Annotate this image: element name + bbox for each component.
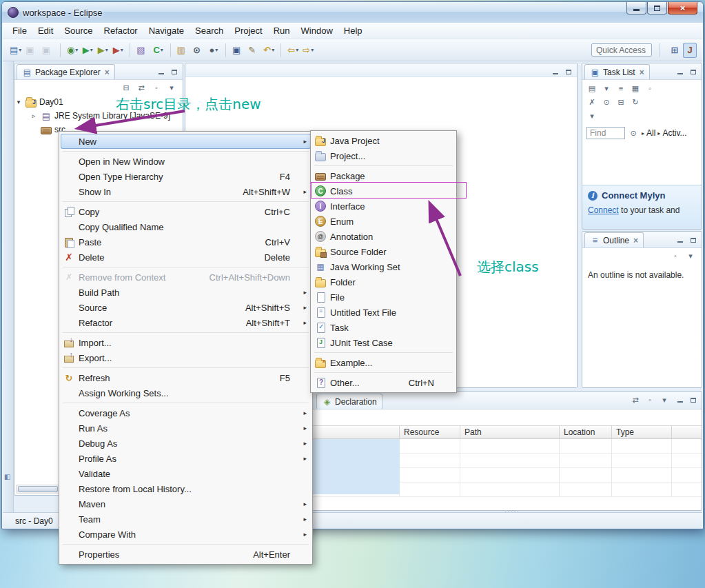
menu-item[interactable]: Profile As ▸ [61, 451, 311, 466]
minimize-editor-button[interactable] [550, 67, 561, 77]
view-menu-icon[interactable]: ▾ [586, 110, 597, 121]
tab-declaration[interactable]: Declaration [316, 394, 382, 409]
collapse-all-icon[interactable]: ⊟ [121, 82, 132, 93]
menubar-item[interactable]: Search [190, 24, 229, 37]
menu-item[interactable]: Enum ▸ [312, 214, 455, 229]
menu-item[interactable]: Refresh F5 ▸ [61, 370, 311, 385]
column-header[interactable]: Path [460, 426, 560, 438]
dropdown-caret-icon[interactable]: ▾ [311, 47, 314, 53]
tab-package-explorer[interactable]: Package Explorer × [17, 64, 115, 79]
dropdown-caret-icon[interactable]: ▾ [105, 47, 108, 53]
menu-item[interactable]: Paste Ctrl+V ▸ [61, 234, 311, 250]
menubar-item[interactable]: File [7, 24, 32, 37]
column-header[interactable]: Location [560, 426, 612, 438]
dropdown-caret-icon[interactable]: ▾ [75, 47, 78, 53]
menu-item[interactable]: Open Type Hierarchy F4 ▸ [61, 169, 311, 184]
menu-item[interactable]: Show In Alt+Shift+W ▸ [61, 184, 311, 199]
categorized-presentation-icon[interactable]: ≡ [615, 83, 626, 94]
minimize-view-button[interactable] [675, 395, 686, 405]
maximize-view-button[interactable] [169, 67, 180, 77]
activate-task-button[interactable]: ● ▾ [207, 43, 221, 58]
search-tasks-icon[interactable]: ⊙ [601, 97, 612, 108]
scrollbar-thumb[interactable] [18, 486, 58, 492]
menubar-item[interactable]: Project [229, 24, 267, 37]
connect-link[interactable]: Connect [588, 205, 619, 215]
menu-item[interactable]: Delete Delete ▸ [61, 250, 311, 265]
menu-item[interactable]: Restore from Local History... ▸ [61, 481, 311, 496]
dropdown-caret-icon[interactable]: ▾ [121, 47, 123, 53]
link-with-editor-icon[interactable]: ⇄ [630, 394, 641, 405]
scheduled-presentation-icon[interactable]: ▦ [630, 83, 641, 94]
dropdown-caret-icon[interactable]: ▾ [215, 47, 218, 53]
menu-item[interactable]: Validate ▸ [61, 466, 311, 481]
menu-item[interactable]: Refactor Alt+Shift+T ▸ [61, 315, 311, 330]
menu-item[interactable]: Build Path ▸ [61, 285, 311, 300]
link-with-editor-icon[interactable]: ⇄ [136, 82, 147, 93]
menu-item[interactable]: Coverage As ▸ [61, 405, 311, 420]
close-icon[interactable]: × [640, 68, 644, 77]
dropdown-caret-icon[interactable]: ▾ [272, 47, 274, 53]
filter-activated[interactable]: Activ... [662, 128, 686, 138]
coverage-button[interactable]: ▶ ▾ [96, 43, 110, 58]
menubar-item[interactable]: Source [59, 24, 98, 37]
close-icon[interactable]: × [105, 68, 110, 77]
menu-item[interactable]: JUnit Test Case ▸ [312, 335, 455, 350]
run-external-button[interactable]: ▶ ▾ [111, 43, 125, 58]
twistie-icon[interactable]: ▹ [30, 112, 38, 119]
menu-item[interactable]: File ▸ [312, 290, 455, 305]
console-button[interactable]: ▣ ▾ [231, 43, 245, 58]
forward-button[interactable]: ⇨ ▾ [301, 43, 315, 58]
menu-item[interactable]: Java Working Set ▸ [312, 259, 455, 274]
overflow-icon[interactable]: ◦ [644, 394, 655, 405]
window-close-button[interactable]: × [668, 2, 697, 14]
menu-item[interactable]: Untitled Text File ▸ [312, 305, 455, 320]
collapse-tasks-icon[interactable]: ⊟ [615, 97, 626, 108]
find-input[interactable] [586, 127, 625, 139]
dropdown-caret-icon[interactable]: ▾ [19, 47, 21, 53]
overflow-icon[interactable]: ◦ [644, 83, 655, 94]
view-menu-icon[interactable]: ▾ [166, 82, 177, 93]
menubar-item[interactable]: Navigate [143, 24, 190, 37]
menu-item[interactable]: Maven ▸ [61, 496, 311, 511]
tab-outline[interactable]: Outline × [584, 232, 644, 247]
title-bar[interactable]: workspace - Eclipse × [2, 2, 703, 23]
menu-item[interactable]: Interface ▸ [312, 199, 455, 214]
maximize-view-button[interactable] [688, 67, 699, 77]
menu-item[interactable]: Export... ▸ [61, 350, 311, 365]
last-edit-location-button[interactable]: ↶ ▾ [262, 43, 276, 58]
menu-item[interactable]: Folder ▸ [312, 274, 455, 290]
menu-item[interactable]: Assign Working Sets... ▸ [61, 385, 311, 401]
minimize-view-button[interactable] [675, 67, 686, 77]
dropdown-caret-icon[interactable]: ▾ [90, 47, 93, 53]
menu-item[interactable]: Debug As ▸ [61, 436, 311, 451]
overflow-icon[interactable]: ◦ [670, 250, 681, 261]
menu-item[interactable]: New ▸ [61, 134, 311, 149]
menu-item[interactable]: Copy Qualified Name ▸ [61, 219, 311, 234]
dropdown-caret-icon[interactable]: ▾ [161, 47, 163, 53]
expand-arrow-icon[interactable]: ▸ [642, 130, 644, 136]
minimize-view-button[interactable] [675, 235, 686, 245]
expand-arrow-icon[interactable]: ▸ [657, 130, 660, 136]
window-minimize-button[interactable] [626, 2, 646, 14]
menubar-item[interactable]: Window [296, 24, 338, 37]
menu-item[interactable]: Annotation ▸ [312, 229, 455, 244]
filter-all[interactable]: All [646, 128, 655, 138]
twistie-icon[interactable]: ▾ [14, 99, 23, 105]
view-menu-icon[interactable]: ▾ [685, 250, 696, 261]
menu-item[interactable]: Team ▸ [61, 511, 311, 527]
menu-item[interactable]: Other... Ctrl+N ▸ [312, 375, 455, 390]
new-class-button[interactable]: C ▾ [152, 43, 165, 58]
menu-item[interactable]: Example... ▸ [312, 355, 455, 370]
overflow-icon[interactable]: ◦ [151, 82, 162, 93]
maximize-view-button[interactable] [688, 395, 699, 405]
menubar-item[interactable]: Run [268, 24, 296, 37]
menu-item[interactable]: Source Folder ▸ [312, 244, 455, 259]
menubar-item[interactable]: Edit [32, 24, 59, 37]
view-menu-icon[interactable]: ▾ [659, 394, 670, 405]
menubar-item[interactable]: Refactor [99, 24, 143, 37]
new-button[interactable]: ▤ ▾ [8, 43, 23, 58]
column-header[interactable]: Resource [400, 426, 460, 438]
back-button[interactable]: ⇦ ▾ [286, 43, 300, 58]
menu-item[interactable]: Compare With ▸ [61, 527, 311, 542]
menu-item[interactable]: Run As ▸ [61, 420, 311, 436]
